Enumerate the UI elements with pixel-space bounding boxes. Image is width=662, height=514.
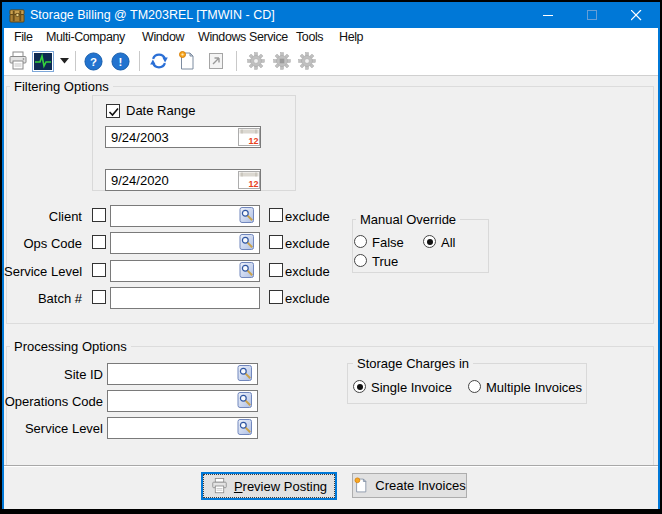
manual-override-false-radio[interactable] — [354, 235, 367, 248]
menu-window[interactable]: Window — [142, 30, 184, 44]
menu-windows-service[interactable]: Windows Service — [198, 30, 288, 44]
operations-code-label: Operations Code — [4, 394, 103, 409]
calendar-icon[interactable]: 12 — [238, 171, 260, 189]
checkmark-icon — [107, 105, 121, 119]
ops-code-exclude-checkbox[interactable] — [269, 235, 283, 249]
service-level-proc-lookup-icon[interactable] — [237, 419, 254, 436]
menu-bar: File Multi-Company Window Windows Servic… — [4, 28, 658, 46]
application-window: Storage Billing @ TM203REL [TMWIN - CD] … — [0, 0, 662, 514]
storage-charges-group: Storage Charges in Single Invoice Multip… — [347, 363, 587, 404]
toolbar-separator — [75, 51, 76, 71]
toolbar-separator — [139, 51, 140, 71]
toolbar-separator — [236, 51, 237, 71]
service-level-checkbox[interactable] — [92, 263, 106, 277]
ops-code-exclude-label: exclude — [285, 236, 330, 251]
ops-code-checkbox[interactable] — [92, 235, 106, 249]
maximize-button[interactable] — [570, 2, 614, 28]
manual-override-true-label: True — [372, 254, 398, 269]
create-invoices-button[interactable]: Create Invoices — [352, 473, 467, 498]
manual-override-all-label: All — [441, 235, 455, 250]
svg-text:12: 12 — [248, 179, 258, 189]
toolbar: ? ! — [4, 46, 658, 76]
service-level-label: Service Level — [4, 264, 82, 279]
service-level-exclude-checkbox[interactable] — [269, 263, 283, 277]
service-level-lookup-icon[interactable] — [239, 262, 256, 279]
date-range-checkbox[interactable] — [106, 104, 120, 118]
form-content: Filtering Options Date Range 9/24/2003 1… — [4, 76, 658, 509]
service-level-field[interactable] — [110, 260, 260, 282]
export-document-icon — [206, 51, 226, 71]
refresh-icon[interactable] — [149, 51, 169, 71]
maximize-icon — [587, 10, 597, 20]
batch-exclude-checkbox[interactable] — [269, 290, 283, 304]
service-level-proc-label: Service Level — [4, 421, 103, 436]
title-bar[interactable]: Storage Billing @ TM203REL [TMWIN - CD] — [4, 2, 658, 28]
storage-charges-label: Storage Charges in — [353, 356, 473, 371]
processing-options-label: Processing Options — [10, 339, 131, 354]
close-button[interactable] — [614, 2, 658, 28]
about-icon[interactable]: ! — [111, 52, 130, 71]
multiple-invoices-label: Multiple Invoices — [486, 380, 582, 395]
calendar-icon[interactable]: 12 — [238, 128, 260, 146]
manual-override-true-radio[interactable] — [354, 254, 367, 267]
filtering-options-label: Filtering Options — [10, 79, 113, 94]
create-invoices-label: Create Invoices — [375, 478, 465, 493]
new-document-icon[interactable] — [177, 51, 197, 71]
gear-icon-3 — [298, 52, 316, 70]
single-invoice-label: Single Invoice — [371, 380, 452, 395]
manual-override-false-label: False — [372, 235, 404, 250]
svg-text:?: ? — [90, 56, 97, 68]
menu-tools[interactable]: Tools — [296, 30, 323, 44]
new-document-icon — [353, 477, 369, 494]
menu-help[interactable]: Help — [339, 30, 363, 44]
site-id-field[interactable] — [107, 363, 258, 385]
minimize-icon — [543, 10, 554, 21]
preview-posting-button[interactable]: Preview Posting — [201, 472, 337, 500]
svg-text:!: ! — [119, 56, 123, 68]
menu-file[interactable]: File — [14, 30, 33, 44]
client-field[interactable] — [110, 205, 260, 227]
client-checkbox[interactable] — [92, 208, 106, 222]
bottom-separator — [4, 465, 658, 467]
service-level-proc-field[interactable] — [107, 417, 258, 439]
client-lookup-icon[interactable] — [239, 207, 256, 224]
print-icon[interactable] — [8, 51, 28, 71]
operations-code-field[interactable] — [107, 390, 258, 412]
date-range-label: Date Range — [126, 103, 195, 118]
preview-posting-label: Preview Posting — [234, 479, 327, 494]
batch-label: Batch # — [4, 291, 82, 306]
help-icon[interactable]: ? — [84, 52, 103, 71]
batch-exclude-label: exclude — [285, 291, 330, 306]
menu-multi-company[interactable]: Multi-Company — [46, 30, 125, 44]
ops-code-lookup-icon[interactable] — [239, 234, 256, 251]
site-id-label: Site ID — [4, 367, 103, 382]
monitor-icon[interactable] — [32, 51, 54, 72]
service-level-exclude-label: exclude — [285, 264, 330, 279]
date-range-box: Date Range 9/24/2003 12 9/24/2020 12 — [92, 95, 296, 191]
manual-override-group: Manual Override False All True — [352, 219, 489, 273]
batch-checkbox[interactable] — [92, 290, 106, 304]
operations-code-lookup-icon[interactable] — [237, 392, 254, 409]
site-id-lookup-icon[interactable] — [237, 365, 254, 382]
gear-icon-1 — [247, 52, 265, 70]
ops-code-field[interactable] — [110, 232, 260, 254]
ops-code-label: Ops Code — [4, 236, 82, 251]
batch-field[interactable] — [110, 287, 260, 309]
client-exclude-checkbox[interactable] — [269, 208, 283, 222]
single-invoice-radio[interactable] — [353, 380, 366, 393]
window-frame: Storage Billing @ TM203REL [TMWIN - CD] … — [2, 2, 660, 509]
print-icon — [211, 478, 228, 494]
window-title: Storage Billing @ TM203REL [TMWIN - CD] — [30, 8, 275, 22]
app-icon — [9, 8, 25, 23]
minimize-button[interactable] — [526, 2, 570, 28]
dropdown-caret-icon[interactable] — [60, 58, 69, 64]
client-exclude-label: exclude — [285, 209, 330, 224]
svg-text:12: 12 — [248, 136, 258, 146]
close-icon — [631, 10, 642, 21]
manual-override-all-radio[interactable] — [423, 235, 436, 248]
multiple-invoices-radio[interactable] — [468, 380, 481, 393]
manual-override-label: Manual Override — [356, 212, 460, 227]
client-label: Client — [4, 209, 82, 224]
gear-icon-2 — [273, 52, 291, 70]
